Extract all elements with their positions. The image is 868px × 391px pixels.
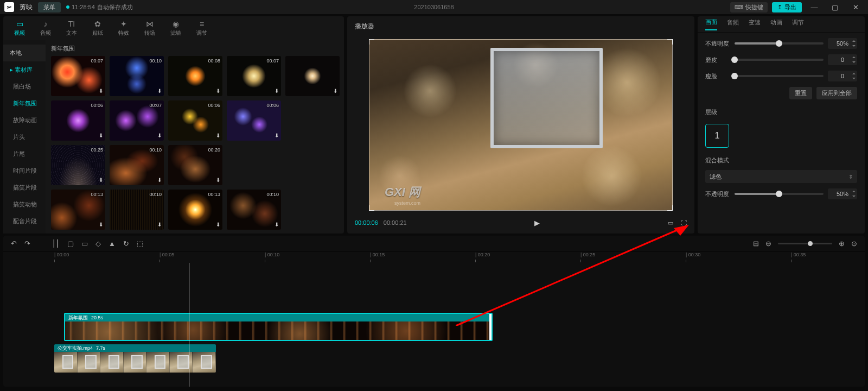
fullscreen-button[interactable]: ⛶ xyxy=(681,219,687,226)
media-thumbnail[interactable]: 00:08⬇ xyxy=(168,56,222,96)
prop-tab-2[interactable]: 变速 xyxy=(749,18,761,30)
media-tab-4[interactable]: ✦特效 xyxy=(118,20,129,37)
zoom-in-button[interactable]: ⊕ xyxy=(839,239,845,248)
download-icon[interactable]: ⬇ xyxy=(99,88,103,94)
freeze-button[interactable]: ◇ xyxy=(95,239,101,248)
minimize-button[interactable]: — xyxy=(806,3,822,11)
zoom-fit-button[interactable]: ⊙ xyxy=(851,239,857,248)
download-icon[interactable]: ⬇ xyxy=(216,133,220,138)
download-icon[interactable]: ⬇ xyxy=(157,88,162,94)
smooth-value[interactable]: 0 xyxy=(828,54,857,65)
redo-button[interactable]: ↷ xyxy=(24,239,30,248)
timeline-ruler[interactable]: | 00:00| 00:05| 00:10| 00:15| 00:20| 00:… xyxy=(38,252,865,263)
media-thumbnail[interactable]: 00:07⬇ xyxy=(51,56,105,96)
prop-tab-3[interactable]: 动画 xyxy=(770,18,782,30)
timeline-tracks[interactable]: 新年氛围 20.5s 公交车实拍.mp4 7.7s 🔊 xyxy=(3,263,865,387)
media-thumbnail[interactable]: 00:06⬇ xyxy=(168,100,222,141)
media-tab-5[interactable]: ⋈转场 xyxy=(144,20,155,37)
media-tab-label: 文本 xyxy=(66,29,77,37)
media-thumbnail[interactable]: ⬇ xyxy=(285,56,340,96)
reset-button[interactable]: 重置 xyxy=(789,87,812,99)
download-icon[interactable]: ⬇ xyxy=(275,222,279,228)
sidebar-category-1[interactable]: 新年氛围 xyxy=(3,95,46,112)
sidebar-category-7[interactable]: 搞笑动物 xyxy=(3,196,46,213)
media-thumbnail[interactable]: 00:10⬇ xyxy=(110,56,164,96)
download-icon[interactable]: ⬇ xyxy=(99,133,103,138)
zoom-out-button[interactable]: ⊖ xyxy=(765,239,771,248)
sidebar-category-8[interactable]: 配音片段 xyxy=(3,213,46,230)
media-thumbnail[interactable]: 00:07⬇ xyxy=(110,100,164,141)
ratio-button[interactable]: ▭ xyxy=(668,219,673,226)
sidebar-category-6[interactable]: 搞笑片段 xyxy=(3,179,46,196)
blend-select[interactable]: 滤色 xyxy=(705,170,857,183)
media-thumbnail[interactable]: 00:13⬇ xyxy=(51,190,105,230)
media-thumbnail[interactable]: 00:10⬇ xyxy=(110,145,164,185)
rotate-button[interactable]: ↻ xyxy=(123,239,129,248)
media-tab-0[interactable]: ▭视频 xyxy=(14,20,25,37)
media-thumbnail[interactable]: 00:20⬇ xyxy=(168,145,222,185)
delete-right-button[interactable]: ▭ xyxy=(81,239,88,248)
slim-slider[interactable] xyxy=(735,75,824,77)
media-tab-3[interactable]: ✿贴纸 xyxy=(92,20,103,37)
delete-left-button[interactable]: ▢ xyxy=(67,239,74,248)
menu-button[interactable]: 菜单 xyxy=(38,2,61,12)
media-thumbnail[interactable]: 00:10⬇ xyxy=(227,190,281,230)
sidebar-local[interactable]: 本地 xyxy=(3,45,46,61)
sidebar-category-3[interactable]: 片头 xyxy=(3,129,46,146)
sidebar-category-0[interactable]: 黑白场 xyxy=(3,78,46,95)
opacity2-value[interactable]: 50% xyxy=(828,188,857,199)
close-button[interactable]: ✕ xyxy=(847,3,864,11)
download-icon[interactable]: ⬇ xyxy=(216,88,220,94)
download-icon[interactable]: ⬇ xyxy=(99,222,103,228)
sidebar-library[interactable]: ▸ 素材库 xyxy=(3,61,46,78)
download-icon[interactable]: ⬇ xyxy=(157,133,162,138)
export-button[interactable]: ↥ 导出 xyxy=(772,2,802,12)
media-thumbnail[interactable]: 00:06⬇ xyxy=(227,100,281,141)
layer-value[interactable]: 1 xyxy=(705,124,729,148)
clip-handle-right[interactable] xyxy=(489,314,493,340)
timeline-mode-button[interactable]: ⊟ xyxy=(753,239,759,248)
download-icon[interactable]: ⬇ xyxy=(157,222,162,228)
maximize-button[interactable]: ▢ xyxy=(827,3,843,11)
apply-all-button[interactable]: 应用到全部 xyxy=(816,87,857,99)
media-tab-2[interactable]: TI文本 xyxy=(66,20,77,37)
download-icon[interactable]: ⬇ xyxy=(216,222,220,228)
undo-button[interactable]: ↶ xyxy=(11,239,17,248)
download-icon[interactable]: ⬇ xyxy=(333,88,337,94)
download-icon[interactable]: ⬇ xyxy=(216,177,220,183)
slim-value[interactable]: 0 xyxy=(828,71,857,81)
media-tab-6[interactable]: ◉滤镜 xyxy=(170,20,181,37)
sidebar-category-4[interactable]: 片尾 xyxy=(3,146,46,162)
zoom-slider[interactable] xyxy=(778,243,832,244)
media-thumbnail[interactable]: 00:25⬇ xyxy=(51,145,105,185)
download-icon[interactable]: ⬇ xyxy=(157,177,162,183)
sidebar-category-2[interactable]: 故障动画 xyxy=(3,112,46,129)
prop-tab-4[interactable]: 调节 xyxy=(792,18,804,30)
media-thumbnail[interactable]: 00:06⬇ xyxy=(51,100,105,141)
shortcuts-button[interactable]: ⌨ 快捷键 xyxy=(730,2,768,12)
split-button[interactable]: ⎮⎮ xyxy=(52,239,60,248)
sidebar-category-5[interactable]: 时间片段 xyxy=(3,162,46,179)
crop-button[interactable]: ⬚ xyxy=(137,239,143,248)
download-icon[interactable]: ⬇ xyxy=(99,177,103,183)
media-tab-7[interactable]: ≡调节 xyxy=(196,20,207,37)
player-viewport[interactable]: GXI 网 system.com xyxy=(355,34,687,215)
play-button[interactable]: ▶ xyxy=(534,219,540,227)
thumb-duration: 00:10 xyxy=(149,192,162,197)
timeline-clip-main[interactable]: 公交车实拍.mp4 7.7s 🔊 xyxy=(54,344,216,373)
timeline-clip-overlay[interactable]: 新年氛围 20.5s xyxy=(64,313,493,341)
smooth-slider[interactable] xyxy=(735,59,824,61)
opacity-value[interactable]: 50% xyxy=(828,38,857,49)
media-thumbnail[interactable]: 00:07⬇ xyxy=(227,56,281,96)
media-thumbnail[interactable]: 00:10⬇ xyxy=(110,190,164,230)
mirror-button[interactable]: ▲ xyxy=(108,239,116,248)
prop-tab-0[interactable]: 画面 xyxy=(705,18,717,30)
prop-tab-1[interactable]: 音频 xyxy=(727,18,739,30)
download-icon[interactable]: ⬇ xyxy=(275,133,279,138)
media-tab-1[interactable]: ♪音频 xyxy=(40,20,51,37)
opacity-slider[interactable] xyxy=(735,42,824,45)
download-icon[interactable]: ⬇ xyxy=(275,88,279,94)
playhead[interactable] xyxy=(189,263,189,387)
media-thumbnail[interactable]: 00:13⬇ xyxy=(168,190,222,230)
opacity2-slider[interactable] xyxy=(735,193,824,195)
